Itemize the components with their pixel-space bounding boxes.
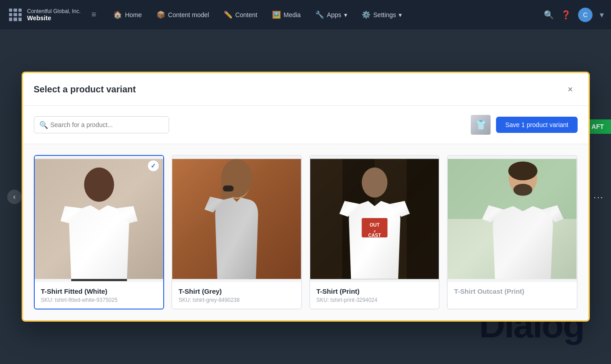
apps-icon: 🔧 [315,10,324,19]
product-card-outcast-tshirt[interactable]: T-Shirt Outcast (Print) [447,155,578,309]
svg-point-22 [514,184,533,196]
product-card-print-tshirt[interactable]: OUT # CAST T-Shirt (Print) SKU: tshirt-p… [309,155,440,309]
product-sku-grey: SKU: tshirt-grey-8490238 [179,297,295,303]
nav-settings[interactable]: ⚙️ Settings ▾ [355,7,409,23]
product-image-white: ✓ [35,156,164,282]
nav-content[interactable]: ✏️ Content [217,7,264,23]
selected-thumb-img: 👕 [471,115,491,135]
svg-rect-9 [310,159,342,279]
product-name-white: T-Shirt Fitted (White) [41,287,157,295]
modal-body: ✓ T-Shirt Fitted (White) SKU: tshirt-fit… [23,144,588,320]
content-model-icon: 📦 [156,10,165,19]
svg-point-13 [362,168,387,198]
svg-point-21 [508,161,537,180]
nav-home[interactable]: 🏠 Home [107,7,148,23]
avatar[interactable]: C [578,8,593,22]
product-name-print: T-Shirt (Print) [317,287,433,295]
modal-toolbar: 🔍 👕 Save 1 product variant [23,106,588,144]
svg-text:OUT: OUT [369,223,380,228]
product-img-white-svg [35,156,164,282]
nav-items: 🏠 Home 📦 Content model ✏️ Content 🖼️ Med… [107,7,544,23]
nav-org: Contentful Global, Inc. [27,8,81,14]
product-info-grey: T-Shirt (Grey) SKU: tshirt-grey-8490238 [172,282,301,309]
nav-content-model[interactable]: 📦 Content model [150,7,216,23]
nav-apps[interactable]: 🔧 Apps ▾ [309,7,354,23]
svg-point-1 [84,168,114,202]
search-icon: 🔍 [39,121,48,129]
product-sku-white: SKU: tshirt-fitted-white-9375025 [41,297,157,303]
modal-wrapper: Select a product variant × 🔍 👕 Save 1 pr… [22,72,590,322]
help-icon[interactable]: ❓ [561,10,571,20]
svg-rect-2 [71,279,127,281]
account-chevron-icon[interactable]: ▾ [600,10,604,20]
product-sku-print: SKU: tshirt-print-3294024 [317,297,433,303]
settings-chevron-icon: ▾ [399,11,402,18]
product-name-outcast: T-Shirt Outcast (Print) [454,287,570,295]
apps-chevron-icon: ▾ [344,11,347,18]
product-image-outcast [448,156,577,282]
modal-title: Select a product variant [34,84,136,95]
back-arrow[interactable]: ‹ [7,190,22,204]
content-icon: ✏️ [224,10,233,19]
product-info-white: T-Shirt Fitted (White) SKU: tshirt-fitte… [35,282,164,309]
nav-site: Website [27,14,81,22]
svg-rect-12 [407,159,439,279]
home-icon: 🏠 [113,10,122,19]
settings-icon: ⚙️ [362,10,371,19]
select-product-modal: Select a product variant × 🔍 👕 Save 1 pr… [22,72,590,322]
hamburger-icon[interactable]: ≡ [92,10,96,19]
modal-close-button[interactable]: × [563,82,578,96]
nav-brand: Contentful Global, Inc. Website [27,8,81,22]
modal-header: Select a product variant × [23,73,588,106]
products-grid: ✓ T-Shirt Fitted (White) SKU: tshirt-fit… [34,155,578,309]
product-card-grey-tshirt[interactable]: T-Shirt (Grey) SKU: tshirt-grey-8490238 [171,155,302,309]
save-button[interactable]: Save 1 product variant [496,117,577,133]
product-card-white-tshirt[interactable]: ✓ T-Shirt Fitted (White) SKU: tshirt-fit… [34,155,165,309]
product-info-outcast: T-Shirt Outcast (Print) [448,282,577,302]
svg-rect-7 [223,186,234,191]
nav-right: 🔍 ❓ C ▾ [544,8,604,22]
toolbar-right: 👕 Save 1 product variant [471,115,577,135]
product-image-grey [172,156,301,282]
product-img-print-svg: OUT # CAST [310,156,439,282]
search-wrapper: 🔍 [34,116,169,133]
apps-grid-icon[interactable] [7,7,23,23]
product-name-grey: T-Shirt (Grey) [179,287,295,295]
product-info-print: T-Shirt (Print) SKU: tshirt-print-329402… [310,282,439,309]
nav-media[interactable]: 🖼️ Media [266,7,307,23]
top-nav: Contentful Global, Inc. Website ≡ 🏠 Home… [0,0,611,29]
product-img-grey-svg [172,156,301,282]
page-background: ‹ ··· AFT Select a product variant × 🔍 👕 [0,29,611,364]
svg-text:CAST: CAST [368,233,381,238]
product-img-outcast-svg [448,156,577,282]
product-image-print: OUT # CAST [310,156,439,282]
media-icon: 🖼️ [272,10,281,19]
search-icon[interactable]: 🔍 [544,10,554,20]
selected-product-thumbnail: 👕 [471,115,491,135]
search-input[interactable] [34,116,169,133]
selected-check-badge: ✓ [148,160,159,171]
more-options-dots[interactable]: ··· [593,191,604,202]
